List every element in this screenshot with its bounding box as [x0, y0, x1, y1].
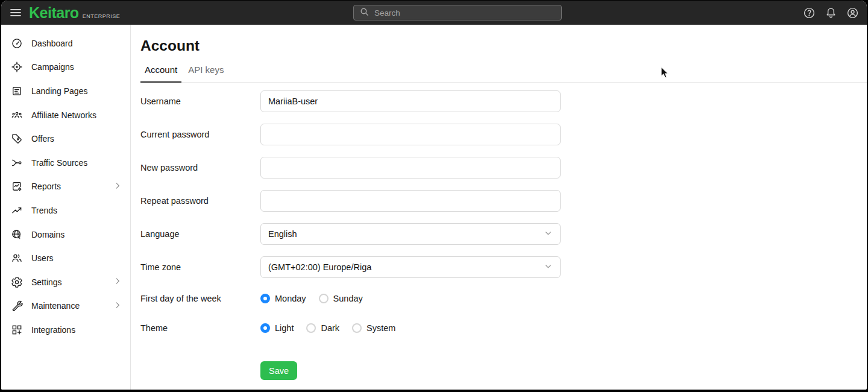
account-form: Username Current password New password R… — [140, 90, 867, 380]
sidebar-item-settings[interactable]: Settings — [1, 270, 130, 294]
sidebar-item-label: Landing Pages — [31, 86, 122, 96]
radio-selected-icon — [260, 294, 270, 303]
chevron-right-icon — [113, 277, 122, 287]
radio-theme-system[interactable]: System — [352, 323, 395, 333]
integrations-icon — [11, 324, 23, 336]
radio-unselected-icon — [319, 294, 329, 303]
sidebar-item-label: Affiliate Networks — [31, 110, 122, 120]
top-bar: Keitaro ENTERPRISE — [1, 1, 867, 25]
chevron-down-icon — [544, 262, 553, 273]
timezone-label: Time zone — [140, 262, 260, 272]
tab-api-keys[interactable]: API keys — [184, 65, 228, 82]
sidebar-item-label: Users — [31, 253, 122, 263]
radio-unselected-icon — [352, 323, 362, 333]
reports-icon — [11, 180, 23, 192]
sidebar-item-label: Campaigns — [31, 62, 122, 72]
radio-label: Sunday — [333, 294, 363, 303]
sidebar-item-trends[interactable]: Trends — [1, 198, 130, 223]
sidebar-item-label: Trends — [31, 206, 122, 215]
form-row-first-day: First day of the week Monday Sunday — [140, 289, 867, 308]
sidebar-item-traffic-sources[interactable]: Traffic Sources — [1, 151, 130, 175]
sidebar-nav: Dashboard Campaigns Landing Pages Affili… — [1, 25, 131, 390]
search-input[interactable] — [374, 8, 556, 17]
sidebar-item-maintenance[interactable]: Maintenance — [1, 294, 130, 318]
new-password-label: New password — [140, 163, 260, 172]
form-row-repeat-password: Repeat password — [140, 190, 867, 212]
theme-radio-group: Light Dark System — [260, 323, 561, 333]
save-button[interactable]: Save — [260, 361, 297, 380]
notifications-bell-icon[interactable] — [825, 7, 837, 19]
maintenance-wrench-icon — [11, 300, 23, 312]
brand[interactable]: Keitaro ENTERPRISE — [29, 4, 120, 22]
username-field[interactable] — [260, 90, 561, 112]
search-icon — [359, 7, 370, 19]
sidebar-item-offers[interactable]: Offers — [1, 127, 130, 151]
username-label: Username — [140, 96, 260, 106]
current-password-label: Current password — [140, 130, 260, 139]
radio-unselected-icon — [306, 323, 316, 333]
repeat-password-label: Repeat password — [140, 196, 260, 206]
form-row-timezone: Time zone (GMT+02:00) Europe/Riga — [140, 256, 867, 278]
offers-tag-icon — [11, 133, 23, 145]
landing-pages-icon — [11, 85, 23, 97]
sidebar-item-integrations[interactable]: Integrations — [1, 318, 130, 342]
sidebar-item-landing-pages[interactable]: Landing Pages — [1, 79, 130, 103]
theme-label: Theme — [140, 323, 260, 333]
account-avatar-icon[interactable] — [846, 7, 859, 19]
timezone-selected-value: (GMT+02:00) Europe/Riga — [268, 262, 371, 272]
form-row-language: Language English — [140, 223, 867, 245]
app-window: Keitaro ENTERPRISE Dashboard — [1, 1, 867, 390]
language-label: Language — [140, 229, 260, 239]
sidebar-item-domains[interactable]: Domains — [1, 223, 130, 247]
new-password-field[interactable] — [260, 157, 561, 179]
sidebar-item-users[interactable]: Users — [1, 246, 130, 270]
affiliate-networks-icon — [11, 109, 23, 121]
main-content: Account Account API keys Username Curren… — [131, 25, 867, 390]
form-row-username: Username — [140, 90, 867, 112]
campaigns-target-icon — [11, 61, 23, 73]
sidebar-item-label: Offers — [31, 134, 122, 144]
radio-label: System — [366, 323, 395, 333]
radio-label: Dark — [321, 323, 339, 333]
keitaro-logo: Keitaro — [29, 4, 79, 22]
sidebar-item-reports[interactable]: Reports — [1, 175, 130, 199]
users-icon — [11, 252, 23, 264]
first-day-radio-group: Monday Sunday — [260, 294, 561, 303]
domains-globe-icon — [11, 229, 23, 241]
dashboard-icon — [11, 37, 23, 49]
current-password-field[interactable] — [260, 124, 561, 145]
settings-gear-icon — [11, 276, 23, 288]
sidebar-item-label: Domains — [31, 230, 122, 239]
help-icon[interactable] — [803, 7, 816, 19]
global-search[interactable] — [353, 5, 562, 21]
sidebar-item-campaigns[interactable]: Campaigns — [1, 55, 130, 80]
trends-icon — [11, 204, 23, 217]
form-row-theme: Theme Light Dark System — [140, 319, 867, 337]
tab-bar: Account API keys — [140, 65, 867, 83]
radio-sunday[interactable]: Sunday — [319, 294, 363, 303]
chevron-right-icon — [113, 301, 122, 311]
radio-label: Light — [275, 323, 294, 333]
traffic-sources-icon — [11, 157, 23, 169]
chevron-down-icon — [544, 229, 553, 239]
sidebar-item-label: Reports — [31, 182, 105, 191]
timezone-select[interactable]: (GMT+02:00) Europe/Riga — [260, 256, 561, 278]
enterprise-badge: ENTERPRISE — [83, 13, 121, 19]
sidebar-item-label: Settings — [31, 277, 105, 287]
radio-theme-light[interactable]: Light — [260, 323, 294, 333]
radio-theme-dark[interactable]: Dark — [306, 323, 339, 333]
hamburger-menu-icon[interactable] — [8, 5, 23, 20]
radio-selected-icon — [260, 323, 270, 333]
first-day-label: First day of the week — [140, 294, 260, 303]
language-select[interactable]: English — [260, 223, 561, 245]
radio-label: Monday — [275, 294, 306, 303]
sidebar-item-dashboard[interactable]: Dashboard — [1, 31, 130, 55]
sidebar-item-affiliate-networks[interactable]: Affiliate Networks — [1, 103, 130, 127]
chevron-right-icon — [113, 182, 122, 192]
sidebar-item-label: Integrations — [31, 325, 122, 335]
page-title: Account — [140, 37, 867, 54]
tab-account[interactable]: Account — [140, 65, 181, 82]
form-row-new-password: New password — [140, 157, 867, 179]
repeat-password-field[interactable] — [260, 190, 561, 212]
radio-monday[interactable]: Monday — [260, 294, 306, 303]
